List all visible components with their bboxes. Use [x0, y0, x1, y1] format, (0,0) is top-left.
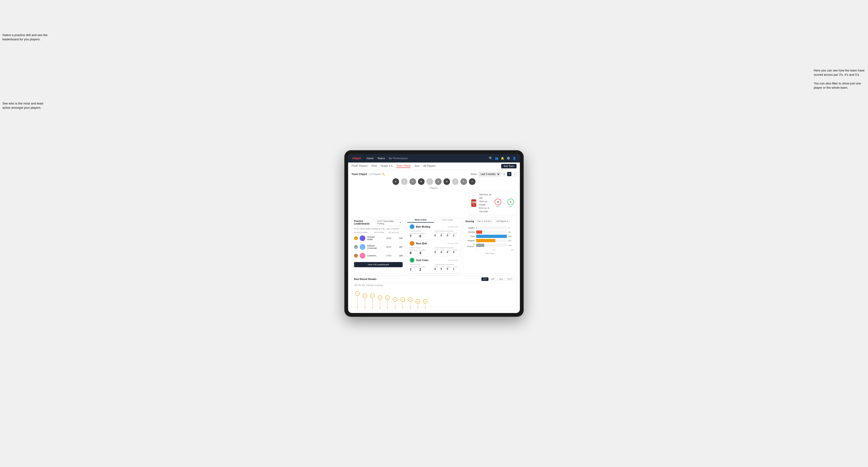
detail-view-icon[interactable]: ≡: [512, 172, 517, 176]
chevron-down-icon: ▾: [400, 221, 401, 224]
scoring-title: Scoring: [465, 220, 474, 223]
avatar-8[interactable]: T: [452, 178, 459, 185]
lb-avatar-2: [360, 244, 365, 250]
avatar-9[interactable]: S: [460, 178, 467, 185]
pa-name-1: Blair McHarg: [416, 225, 446, 228]
lb-score-3: 17/20: [382, 254, 391, 257]
time-filter-select[interactable]: Last 3 months Last 6 months Last year: [478, 172, 500, 177]
avatar-2[interactable]: E: [401, 178, 408, 185]
x-axis: 0 200 400: [476, 248, 514, 251]
streak-filter-ott[interactable]: OTT: [482, 277, 489, 281]
bar-label-eagles: Eagles: [465, 227, 475, 229]
scoring-par-filter[interactable]: Par 3, 4 & 5s ▾: [476, 219, 493, 223]
pa-stats-1: Total Rounds Tournament 7 Practice 6: [410, 230, 458, 238]
yds-right-circle: 0: [507, 198, 514, 205]
bar-val-eagles: 3: [508, 227, 514, 229]
streak-node-7: 4x: [400, 290, 405, 309]
bar-row-birdies: Birdies 96: [465, 230, 514, 234]
sub-nav-hcaps[interactable]: Hcaps 1-5: [381, 164, 393, 168]
player-activity-3: Josh Coles 26 Aug 2023 Total Rounds Tour…: [407, 256, 461, 273]
streak-filter-arg[interactable]: ARG: [497, 277, 505, 281]
streak-node-8: 4x: [408, 290, 412, 309]
shot-number: 198 SC: [471, 199, 476, 207]
people-icon[interactable]: 👥: [495, 157, 498, 160]
pa-name-2: Rees Britt: [416, 242, 446, 245]
edit-icon[interactable]: ✏️: [382, 173, 385, 176]
most-active-card: Most Active Least Active Blair McHarg 26…: [407, 217, 461, 273]
tab-least-active[interactable]: Least Active: [434, 217, 461, 223]
lb-title: Practice Leaderboards: [354, 220, 376, 225]
lb-avatar-1: [360, 236, 365, 241]
lb-table-header: PLAYER NAME PB SCORE PB AVG SQ: [352, 231, 405, 234]
chevron-down-icon: ▾: [490, 220, 492, 222]
bell-icon[interactable]: 🔔: [501, 157, 504, 160]
bar-row-double: D. Bogeys+ 131: [465, 243, 514, 247]
bar-label-double: D. Bogeys+: [465, 243, 475, 247]
avatar-7[interactable]: M: [443, 178, 450, 185]
lb-row-1[interactable]: 🥇 Richard Butler 19/20 110: [352, 234, 405, 243]
lb-avg-2: 107: [393, 246, 403, 248]
nav-bar: clippd Home Teams My Performance 🔍 👥 🔔 ⚙…: [348, 154, 520, 162]
avatar-3[interactable]: C: [409, 178, 416, 185]
bar-row-pars: Pars 499: [465, 235, 514, 238]
practice-leaderboards-card: Practice Leaderboards PUTT Must Make Put…: [351, 217, 405, 273]
list-view-icon[interactable]: ☰: [507, 172, 512, 176]
add-team-button[interactable]: Add Team: [501, 164, 517, 168]
avatar-10[interactable]: P: [469, 178, 475, 185]
avatar-1[interactable]: R: [393, 178, 399, 185]
rank-badge-3: 🥉: [354, 254, 358, 257]
lb-row-2[interactable]: 🥈 Edward Crossman 18/20 107: [352, 243, 405, 251]
lb-filter-dropdown[interactable]: PUTT Must Make Putting... ▾: [376, 219, 403, 225]
streak-filter-putt[interactable]: PUTT: [506, 277, 514, 281]
sub-nav-teamclippd[interactable]: Team Clippd: [396, 164, 411, 168]
lb-score-1: 19/20: [382, 237, 391, 239]
streak-node-2: 6x: [363, 290, 367, 309]
bar-val-double: 131: [508, 244, 514, 247]
sub-nav-tour[interactable]: Tour: [414, 164, 420, 168]
settings-icon[interactable]: ⚙️: [507, 157, 510, 160]
avatar-6[interactable]: A: [435, 178, 441, 185]
scoring-player-filter[interactable]: All Players ▾: [495, 219, 510, 223]
streak-filter-app[interactable]: APP: [489, 277, 497, 281]
annotation-top-left: Select a practice drill and see the lead…: [2, 33, 50, 41]
app-logo: clippd: [352, 156, 361, 160]
grid-view-icon[interactable]: ⊞: [502, 172, 506, 176]
sub-nav-pga[interactable]: PGA: [371, 164, 377, 168]
user-icon[interactable]: 👤: [513, 157, 516, 160]
lb-score-2: 18/20: [382, 246, 391, 248]
scoring-bar-chart: Eagles 3 Birdies 96: [463, 224, 516, 256]
lb-name-1: Richard Butler: [367, 236, 380, 241]
shot-details: Shot Dist: 16 yds Start Lie: Rough End L…: [479, 193, 492, 213]
team-header: Team Clippd | 14 Players ✏️ Show: Last 3…: [348, 170, 520, 177]
tab-most-active[interactable]: Most Active: [407, 217, 434, 223]
shot-card: 198 SC Shot Dist: 16 yds Start Lie: Roug…: [469, 191, 517, 215]
main-grid: Practice Leaderboards PUTT Must Make Put…: [348, 217, 520, 275]
bar-label-pars: Pars: [465, 235, 475, 238]
sub-nav: PGAT Players PGA Hcaps 1-5 Team Clippd T…: [348, 162, 520, 170]
avatar-4[interactable]: B: [418, 178, 425, 185]
active-tabs: Most Active Least Active: [407, 217, 461, 223]
nav-item-myperformance[interactable]: My Performance: [389, 157, 408, 160]
streak-node-10: 3x: [423, 290, 428, 309]
sub-nav-allplayers[interactable]: All Players: [423, 164, 436, 168]
streaks-header: Best Round Streaks OTT APP ARG PUTT: [352, 276, 516, 283]
avatar-5[interactable]: J: [427, 178, 433, 185]
streak-node-3: 6x: [370, 290, 375, 309]
lb-name-2: Edward Crossman: [367, 245, 380, 249]
x-axis-label: Total Shots: [465, 252, 514, 254]
nav-item-home[interactable]: Home: [367, 157, 373, 160]
bar-label-birdies: Birdies: [465, 231, 475, 233]
players-label: Players: [351, 186, 517, 189]
view-full-leaderboard-button[interactable]: View Full Leaderboard: [354, 262, 403, 267]
lb-avg-3: 103: [393, 254, 403, 257]
sub-nav-pgat[interactable]: PGAT Players: [351, 164, 368, 168]
pa-stats-3: Total Rounds Tournament 7 Practice 2: [410, 263, 458, 272]
lb-name-3: Cameron...: [367, 254, 380, 257]
annotation-top-right: Here you can see how the team have score…: [814, 68, 866, 90]
rank-badge-1: 🥇: [354, 236, 358, 240]
lb-row-3[interactable]: 🥉 Cameron... 17/20 103: [352, 251, 405, 260]
pa-date-1: 26 Aug 2023: [448, 226, 458, 228]
nav-item-teams[interactable]: Teams: [377, 157, 385, 160]
player-activity-2: Rees Britt 02 Sep 2023 Total Rounds Tour…: [407, 240, 461, 256]
search-icon[interactable]: 🔍: [489, 157, 493, 160]
